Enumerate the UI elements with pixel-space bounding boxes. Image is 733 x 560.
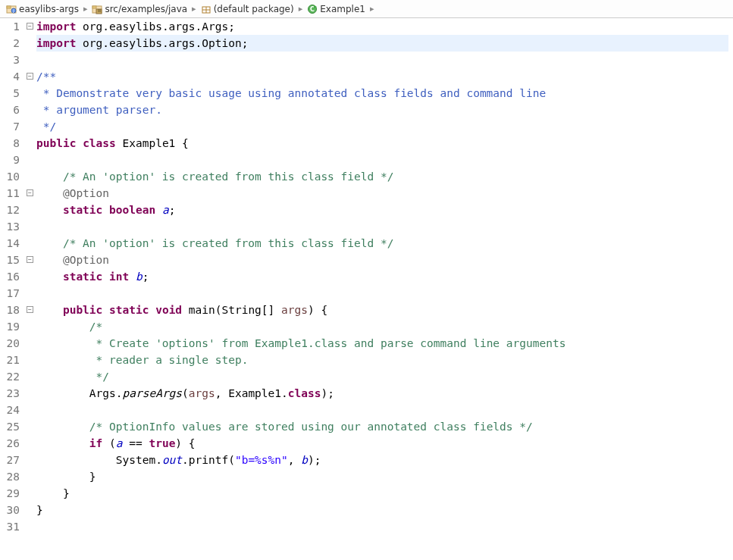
code-line[interactable]: * Create 'options' from Example1.class a… — [36, 335, 728, 352]
src-folder-icon — [92, 4, 102, 14]
line-number: 27 — [0, 452, 20, 468]
class-runnable-icon: C — [307, 4, 318, 14]
line-number: 8 — [0, 135, 20, 152]
breadcrumb-sep-icon: ▸ — [299, 4, 303, 14]
code-line[interactable]: } — [36, 485, 728, 502]
code-line[interactable]: static int b; — [36, 268, 728, 285]
line-number: 21 — [0, 352, 20, 368]
line-number: 12 — [0, 202, 20, 218]
code-line[interactable] — [36, 518, 728, 535]
line-number: 17 — [0, 285, 20, 302]
code-line[interactable]: /** — [36, 68, 728, 85]
breadcrumb-sep-icon: ▸ — [83, 4, 88, 14]
code-line[interactable] — [36, 402, 728, 418]
breadcrumb: J easylibs-args ▸ src/examples/java ▸ (d… — [0, 0, 733, 18]
line-number: 30 — [0, 502, 20, 518]
code-line[interactable]: System.out.printf("b=%s%n", b); — [36, 452, 728, 468]
breadcrumb-label: src/examples/java — [105, 4, 187, 14]
line-number: 11 — [0, 185, 20, 202]
line-number: 19 — [0, 318, 20, 335]
line-number: 31 — [0, 518, 20, 535]
code-line[interactable]: * reader a single step. — [36, 352, 728, 368]
line-number: 24 — [0, 402, 20, 418]
line-number: 3 — [0, 52, 20, 68]
line-number: 16 — [0, 268, 20, 285]
breadcrumb-label: (default package) — [214, 4, 294, 14]
code-line[interactable]: } — [36, 468, 728, 485]
code-line[interactable]: public static void main(String[] args) { — [36, 302, 728, 318]
breadcrumb-project[interactable]: J easylibs-args — [5, 3, 80, 15]
code-line[interactable]: } — [36, 502, 728, 518]
fold-toggle[interactable]: − — [27, 306, 33, 313]
code-line[interactable] — [36, 285, 728, 302]
breadcrumb-package[interactable]: (default package) — [199, 3, 296, 15]
line-number: 23 — [0, 385, 20, 402]
line-number: 22 — [0, 368, 20, 385]
line-number: 20 — [0, 335, 20, 352]
code-line[interactable]: */ — [36, 368, 728, 385]
code-line[interactable]: /* An 'option' is created from this clas… — [36, 168, 728, 185]
code-line[interactable]: static boolean a; — [36, 202, 728, 218]
code-line[interactable]: /* — [36, 318, 728, 335]
code-line[interactable] — [36, 218, 728, 235]
package-icon — [201, 4, 211, 14]
line-number: 26 — [0, 435, 20, 452]
line-number: 7 — [0, 118, 20, 135]
line-number: 29 — [0, 485, 20, 502]
line-number: 28 — [0, 468, 20, 485]
breadcrumb-sep-icon: ▸ — [192, 4, 196, 14]
line-number: 1 — [0, 18, 20, 35]
code-line[interactable]: */ — [36, 118, 728, 135]
breadcrumb-label: easylibs-args — [19, 4, 79, 14]
code-line[interactable]: Args.parseArgs(args, Example1.class); — [36, 385, 728, 402]
editor-area[interactable]: 1234567891011121314151617181920212223242… — [0, 18, 733, 560]
line-number: 15 — [0, 252, 20, 268]
fold-toggle[interactable]: − — [27, 189, 33, 196]
breadcrumb-label: Example1 — [320, 4, 365, 14]
code-line[interactable]: @Option — [36, 185, 728, 202]
code-line[interactable]: public class Example1 { — [36, 135, 728, 152]
line-number: 6 — [0, 102, 20, 118]
line-number: 14 — [0, 235, 20, 252]
line-number: 9 — [0, 152, 20, 168]
breadcrumb-src-folder[interactable]: src/examples/java — [90, 3, 189, 15]
line-number: 2 — [0, 35, 20, 52]
line-number: 4 — [0, 68, 20, 85]
code-line[interactable]: import org.easylibs.args.Option; — [36, 35, 728, 52]
line-number: 18 — [0, 302, 20, 318]
breadcrumb-class[interactable]: C Example1 — [305, 3, 367, 15]
svg-rect-5 — [92, 6, 96, 8]
fold-toggle[interactable]: − — [27, 73, 33, 80]
code-line[interactable]: /* An 'option' is created from this clas… — [36, 235, 728, 252]
code-line[interactable]: if (a == true) { — [36, 435, 728, 452]
code-line[interactable] — [36, 152, 728, 168]
code-line[interactable]: @Option — [36, 252, 728, 268]
code-line[interactable]: import org.easylibs.args.Args; — [36, 18, 728, 35]
code-line[interactable] — [36, 52, 728, 68]
svg-rect-1 — [7, 6, 11, 8]
project-icon: J — [6, 4, 17, 14]
code-line[interactable]: /* OptionInfo values are stored using ou… — [36, 418, 728, 435]
line-number: 25 — [0, 418, 20, 435]
folding-column: −−−−− — [26, 18, 36, 560]
line-number: 10 — [0, 168, 20, 185]
fold-toggle[interactable]: − — [27, 256, 33, 263]
line-number-gutter: 1234567891011121314151617181920212223242… — [0, 18, 26, 560]
code-line[interactable]: * argument parser. — [36, 102, 728, 118]
code-line[interactable]: * Demonstrate very basic usage using ann… — [36, 85, 728, 102]
svg-text:J: J — [12, 8, 14, 13]
line-number: 5 — [0, 85, 20, 102]
line-number: 13 — [0, 218, 20, 235]
code-content[interactable]: import org.easylibs.args.Args;import org… — [36, 18, 733, 560]
breadcrumb-sep-icon: ▸ — [370, 4, 374, 14]
fold-toggle[interactable]: − — [27, 23, 33, 30]
